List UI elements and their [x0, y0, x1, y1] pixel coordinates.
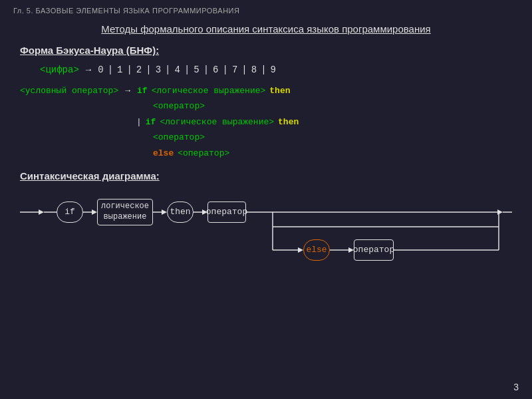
digit-0: 0 — [98, 65, 103, 75]
then-box: then — [167, 201, 194, 223]
sep9: | — [261, 65, 266, 75]
diagram-svg — [20, 187, 512, 280]
diagram-title: Синтаксическая диаграмма: — [0, 164, 532, 187]
section-title: Методы формального описания синтаксиса я… — [0, 18, 532, 41]
digit-2: 2 — [136, 65, 142, 75]
op-tag-2: <оператор> — [153, 130, 205, 145]
sep8: | — [241, 65, 247, 75]
sep6: | — [203, 65, 209, 75]
pipe-sym: | — [136, 114, 142, 130]
digit-3: 3 — [156, 65, 161, 75]
op-tag-1: <оператор> — [153, 98, 205, 114]
digit-1: 1 — [117, 65, 122, 75]
operator-box-1: оператор — [207, 201, 246, 223]
chapter-title: Гл. 5. БАЗОВЫЕ ЭЛЕМЕНТЫ ЯЗЫКА ПРОГРАММИР… — [0, 0, 532, 18]
svg-marker-18 — [298, 247, 303, 253]
keyword-then-2: then — [278, 114, 299, 130]
digit-tag: <цифра> — [40, 65, 79, 75]
svg-marker-6 — [162, 209, 167, 215]
keyword-if-1: if — [137, 83, 148, 98]
sep7: | — [223, 65, 228, 75]
sep5: | — [184, 65, 190, 75]
keyword-then-1: then — [269, 83, 290, 98]
op-tag-3: <оператор> — [178, 146, 229, 161]
else-box: else — [303, 239, 330, 261]
operator-box-2: оператор — [354, 239, 394, 261]
sep2: | — [126, 65, 132, 75]
cond-line-4: <оператор> — [20, 130, 532, 145]
logical-expression-box: логическое выражение — [97, 199, 153, 225]
digit-arrow: → — [86, 65, 91, 75]
keyword-if-2: if — [146, 114, 156, 130]
cond-line-1: <условный оператор> → if <логическое выр… — [20, 83, 532, 98]
page: Гл. 5. БАЗОВЫЕ ЭЛЕМЕНТЫ ЯЗЫКА ПРОГРАММИР… — [0, 0, 532, 399]
cond-tag: <условный оператор> — [20, 83, 118, 98]
cond-line-5: else <оператор> — [20, 146, 532, 161]
bnf-title: Форма Бэкуса-Наура (БНФ): — [0, 41, 532, 59]
cond-line-2: <оператор> — [20, 98, 532, 114]
digit-9: 9 — [271, 65, 276, 75]
conditional-section: <условный оператор> → if <логическое выр… — [0, 80, 532, 164]
svg-marker-1 — [39, 209, 44, 215]
sep4: | — [165, 65, 170, 75]
digit-6: 6 — [213, 65, 218, 75]
svg-marker-11 — [497, 209, 503, 215]
digit-5: 5 — [194, 65, 199, 75]
sep1: | — [108, 65, 113, 75]
diagram-area: if логическое выражение then оператор el… — [20, 187, 512, 280]
svg-marker-4 — [92, 209, 97, 215]
digit-8: 8 — [251, 65, 257, 75]
cond-arrow: → — [125, 83, 130, 98]
logical-label: логическое выражение — [101, 201, 149, 222]
digit-7: 7 — [232, 65, 237, 75]
digit-4: 4 — [174, 65, 180, 75]
logical-tag-2: <логическое выражение> — [160, 114, 274, 130]
digit-row: <цифра> → 0 | 1 | 2 | 3 | 4 | 5 | 6 | 7 … — [0, 59, 532, 80]
keyword-else: else — [153, 146, 174, 161]
logical-tag-1: <логическое выражение> — [152, 83, 266, 98]
if-box: if — [57, 201, 83, 223]
page-number: 3 — [513, 382, 519, 392]
sep3: | — [146, 65, 151, 75]
cond-line-3: | if <логическое выражение> then — [20, 114, 532, 130]
